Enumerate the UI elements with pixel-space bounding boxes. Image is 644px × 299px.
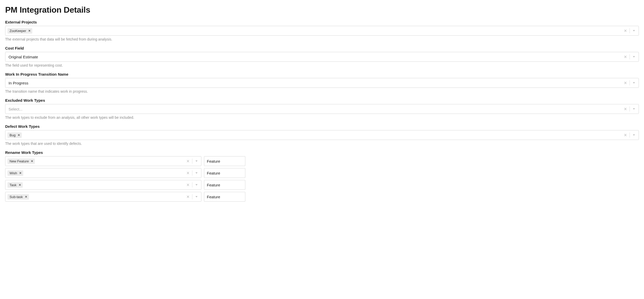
external-projects-select[interactable]: ZooKeeper [5, 26, 639, 36]
external-projects-help: The external projects that data will be … [5, 37, 639, 41]
external-projects-label: External Projects [5, 20, 639, 24]
select-divider [630, 54, 630, 59]
select-content[interactable]: Original Estimate [5, 53, 623, 61]
rename-row: Sub-task [5, 192, 639, 202]
select-actions [623, 54, 639, 59]
rename-work-types-group: Rename Work Types New Feature [5, 150, 639, 202]
clear-icon[interactable] [623, 54, 628, 59]
select-content[interactable]: Select... [5, 105, 623, 113]
chip-task: Task [7, 182, 23, 188]
select-actions [185, 159, 201, 164]
select-content[interactable]: ZooKeeper [5, 27, 623, 35]
chevron-down-icon[interactable] [631, 106, 637, 112]
wip-transition-label: Work In Progress Transition Name [5, 72, 639, 76]
chip-label: ZooKeeper [10, 29, 26, 33]
cost-field-label: Cost Field [5, 46, 639, 50]
rename-source-select[interactable]: New Feature [5, 156, 201, 166]
chip-remove-icon[interactable] [19, 171, 22, 175]
chip-remove-icon[interactable] [28, 29, 31, 33]
external-projects-group: External Projects ZooKeeper The external… [5, 20, 639, 41]
chevron-down-icon[interactable] [631, 54, 637, 59]
chevron-down-icon[interactable] [194, 182, 199, 187]
defect-work-types-help: The work types that are used to identify… [5, 141, 639, 146]
chip-label: Task [10, 183, 17, 187]
rename-target-input[interactable] [204, 168, 245, 178]
chip-new-feature: New Feature [7, 159, 35, 164]
select-divider [630, 106, 630, 112]
cost-field-select[interactable]: Original Estimate [5, 52, 639, 62]
clear-icon[interactable] [185, 182, 191, 187]
rename-row: New Feature [5, 156, 639, 166]
rename-source-select[interactable]: Task [5, 180, 201, 190]
select-value: Original Estimate [7, 54, 39, 60]
select-content[interactable]: Bug [5, 131, 623, 139]
clear-icon[interactable] [185, 159, 191, 164]
select-divider [630, 132, 630, 138]
select-divider [192, 194, 192, 199]
chip-remove-icon[interactable] [24, 195, 28, 199]
excluded-work-types-label: Excluded Work Types [5, 98, 639, 103]
select-value: In Progress [7, 80, 29, 86]
chip-sub-task: Sub-task [7, 194, 29, 200]
chip-remove-icon[interactable] [18, 183, 22, 187]
rename-target-input[interactable] [204, 180, 245, 190]
select-actions [185, 170, 201, 176]
wip-transition-select[interactable]: In Progress [5, 78, 639, 88]
chip-label: Sub-task [10, 195, 23, 199]
clear-icon[interactable] [185, 170, 191, 176]
excluded-work-types-group: Excluded Work Types Select... The work t… [5, 98, 639, 120]
select-actions [185, 194, 201, 199]
cost-field-help: The field used for representing cost. [5, 63, 639, 67]
wip-transition-help: The transition name that indicates work … [5, 89, 639, 93]
select-content[interactable]: In Progress [5, 79, 623, 87]
select-actions [623, 106, 639, 112]
page-title: PM Integration Details [5, 5, 639, 15]
select-divider [192, 182, 192, 187]
select-actions [623, 28, 639, 33]
defect-work-types-group: Defect Work Types Bug The work types tha… [5, 124, 639, 146]
chevron-down-icon[interactable] [631, 28, 637, 33]
chip-wish: Wish [7, 170, 23, 176]
clear-icon[interactable] [185, 194, 191, 199]
chevron-down-icon[interactable] [194, 170, 199, 176]
select-actions [623, 132, 639, 138]
select-divider [192, 170, 192, 176]
chip-label: Wish [10, 171, 17, 175]
chevron-down-icon[interactable] [194, 159, 199, 164]
select-actions [185, 182, 201, 187]
select-divider [630, 80, 630, 85]
clear-icon[interactable] [623, 132, 628, 138]
select-content[interactable]: Wish [5, 169, 185, 177]
select-actions [623, 80, 639, 85]
clear-icon[interactable] [623, 106, 628, 112]
chip-label: New Feature [10, 159, 29, 163]
clear-icon[interactable] [623, 28, 628, 33]
select-divider [630, 28, 630, 33]
chevron-down-icon[interactable] [631, 80, 637, 85]
rename-row: Wish [5, 168, 639, 178]
defect-work-types-select[interactable]: Bug [5, 130, 639, 140]
select-placeholder: Select... [7, 106, 23, 112]
rename-source-select[interactable]: Sub-task [5, 192, 201, 202]
rename-source-select[interactable]: Wish [5, 168, 201, 178]
rename-target-input[interactable] [204, 156, 245, 166]
excluded-work-types-select[interactable]: Select... [5, 104, 639, 114]
chevron-down-icon[interactable] [631, 132, 637, 138]
chip-label: Bug [10, 133, 15, 137]
select-content[interactable]: Sub-task [5, 193, 185, 201]
rename-target-input[interactable] [204, 192, 245, 202]
clear-icon[interactable] [623, 80, 628, 85]
cost-field-group: Cost Field Original Estimate The field u… [5, 46, 639, 67]
rename-row: Task [5, 180, 639, 190]
select-content[interactable]: Task [5, 181, 185, 189]
wip-transition-group: Work In Progress Transition Name In Prog… [5, 72, 639, 93]
select-content[interactable]: New Feature [5, 158, 185, 165]
chevron-down-icon[interactable] [194, 194, 199, 199]
chip-remove-icon[interactable] [30, 159, 34, 163]
defect-work-types-label: Defect Work Types [5, 124, 639, 129]
chip-remove-icon[interactable] [17, 133, 21, 137]
chip-bug: Bug [7, 132, 22, 138]
excluded-work-types-help: The work types to exclude from an analys… [5, 115, 639, 120]
select-divider [192, 159, 192, 164]
chip-zookeeper: ZooKeeper [7, 28, 32, 34]
